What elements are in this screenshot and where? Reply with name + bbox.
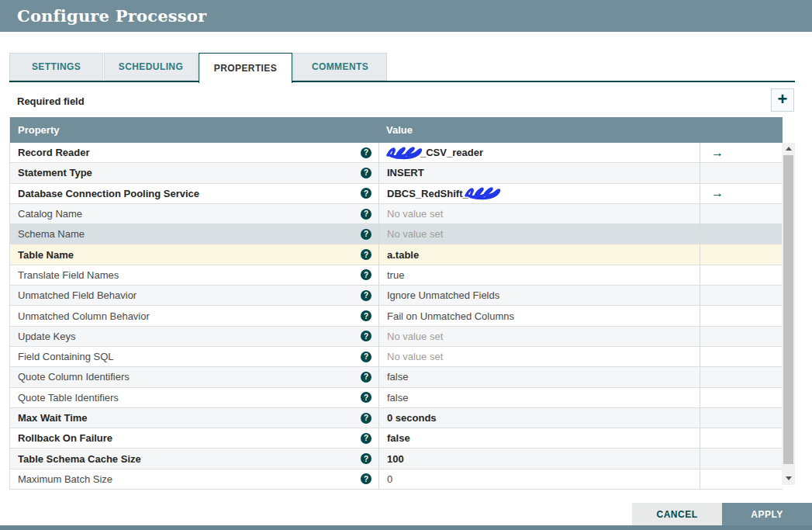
- property-value-cell[interactable]: INSERT: [378, 163, 700, 182]
- property-name-cell: Table Name?: [10, 244, 378, 264]
- property-action-cell: [700, 408, 783, 428]
- help-icon[interactable]: ?: [361, 473, 371, 484]
- scroll-down-icon: [786, 476, 792, 480]
- dialog-titlebar: Configure Processor: [0, 0, 812, 32]
- property-value-cell[interactable]: false: [378, 367, 700, 386]
- property-name: Translate Field Names: [18, 269, 361, 281]
- property-row[interactable]: Field Containing SQL?No value set: [10, 347, 783, 367]
- property-row[interactable]: Catalog Name?No value set: [10, 204, 783, 224]
- property-row[interactable]: Max Wait Time?0 seconds: [10, 408, 783, 428]
- property-value-cell[interactable]: No value set: [378, 224, 700, 244]
- property-name-cell: Table Schema Cache Size?: [10, 449, 378, 468]
- column-header-property: Property: [10, 124, 378, 136]
- property-name: Database Connection Pooling Service: [18, 188, 361, 199]
- property-action-cell: [700, 163, 783, 182]
- scroll-up-button[interactable]: [782, 143, 795, 154]
- help-icon[interactable]: ?: [361, 290, 371, 301]
- property-value-cell[interactable]: Ignore Unmatched Fields: [378, 286, 700, 305]
- tab-settings[interactable]: SETTINGS: [9, 53, 103, 81]
- property-value: No value set: [387, 228, 443, 240]
- property-value: _CSV_reader: [420, 147, 483, 158]
- property-name: Catalog Name: [18, 208, 361, 220]
- help-icon[interactable]: ?: [361, 188, 371, 199]
- property-value: No value set: [387, 208, 443, 220]
- property-value-cell[interactable]: false: [378, 428, 700, 448]
- property-value-cell[interactable]: No value set: [378, 347, 700, 366]
- scroll-up-icon: [786, 147, 792, 151]
- property-name-cell: Rollback On Failure?: [10, 428, 378, 448]
- go-to-service-icon[interactable]: →: [711, 187, 724, 199]
- vertical-scrollbar[interactable]: [782, 143, 795, 485]
- property-row[interactable]: Maximum Batch Size?0: [10, 469, 783, 490]
- property-row[interactable]: Record Reader?_CSV_reader→: [10, 143, 783, 163]
- tab-comments[interactable]: COMMENTS: [293, 53, 387, 81]
- properties-table: Property Value Record Reader?_CSV_reader…: [9, 117, 795, 490]
- cancel-button[interactable]: CANCEL: [632, 503, 722, 525]
- property-value: 0 seconds: [387, 412, 437, 424]
- property-action-cell: [700, 469, 783, 489]
- help-icon[interactable]: ?: [361, 372, 371, 383]
- property-row[interactable]: Database Connection Pooling Service?DBCS…: [10, 184, 783, 204]
- help-icon[interactable]: ?: [361, 433, 371, 444]
- property-row[interactable]: Table Schema Cache Size?100: [10, 449, 783, 469]
- help-icon[interactable]: ?: [361, 147, 371, 158]
- property-name-cell: Field Containing SQL?: [10, 347, 378, 366]
- property-value: No value set: [387, 351, 443, 362]
- property-value-cell[interactable]: DBCS_RedShift_: [378, 184, 700, 203]
- property-value-cell[interactable]: 0 seconds: [378, 408, 700, 428]
- property-row[interactable]: Unmatched Column Behavior?Fail on Unmatc…: [10, 306, 783, 326]
- property-row[interactable]: Rollback On Failure?false: [10, 428, 783, 449]
- property-name-cell: Maximum Batch Size?: [10, 469, 378, 489]
- property-value: 100: [387, 453, 404, 465]
- property-value-cell[interactable]: true: [378, 265, 700, 285]
- property-row[interactable]: Unmatched Field Behavior?Ignore Unmatche…: [10, 286, 783, 306]
- help-icon[interactable]: ?: [361, 310, 371, 321]
- property-name-cell: Unmatched Field Behavior?: [10, 286, 378, 305]
- property-row[interactable]: Schema Name?No value set: [10, 224, 783, 244]
- help-icon[interactable]: ?: [361, 392, 371, 403]
- property-row[interactable]: Update Keys?No value set: [10, 327, 783, 347]
- property-name-cell: Record Reader?: [10, 143, 378, 162]
- property-value-cell[interactable]: a.table: [378, 244, 700, 264]
- help-icon[interactable]: ?: [361, 331, 371, 341]
- property-action-cell: [700, 367, 783, 386]
- property-value-cell[interactable]: false: [378, 388, 700, 407]
- help-icon[interactable]: ?: [361, 413, 371, 424]
- help-icon[interactable]: ?: [361, 229, 371, 240]
- property-name-cell: Translate Field Names?: [10, 265, 378, 285]
- tab-scheduling[interactable]: SCHEDULING: [104, 53, 198, 81]
- scroll-down-button[interactable]: [782, 473, 795, 484]
- property-name: Unmatched Column Behavior: [18, 310, 361, 322]
- property-action-cell: [700, 306, 783, 325]
- property-action-cell: [700, 388, 783, 407]
- property-value-cell[interactable]: Fail on Unmatched Columns: [378, 306, 700, 325]
- property-action-cell: [700, 224, 783, 244]
- property-row[interactable]: Table Name?a.table: [10, 244, 783, 265]
- property-value: 0: [387, 473, 392, 485]
- property-value: Fail on Unmatched Columns: [387, 310, 514, 322]
- property-row[interactable]: Statement Type?INSERT: [10, 163, 783, 183]
- scrollbar-thumb[interactable]: [783, 155, 793, 464]
- dialog-title: Configure Processor: [17, 6, 206, 26]
- property-value-cell[interactable]: 100: [378, 449, 700, 468]
- help-icon[interactable]: ?: [361, 209, 371, 220]
- help-icon[interactable]: ?: [361, 453, 371, 464]
- apply-button[interactable]: APPLY: [722, 503, 812, 525]
- property-row[interactable]: Quote Column Identifiers?false: [10, 367, 783, 387]
- help-icon[interactable]: ?: [361, 352, 371, 362]
- help-icon[interactable]: ?: [361, 269, 371, 280]
- property-value-cell[interactable]: No value set: [378, 204, 700, 223]
- property-value-cell[interactable]: No value set: [378, 327, 700, 346]
- help-icon[interactable]: ?: [361, 249, 371, 260]
- property-row[interactable]: Translate Field Names?true: [10, 265, 783, 286]
- tab-properties[interactable]: PROPERTIES: [199, 53, 292, 83]
- property-value-cell[interactable]: _CSV_reader: [378, 143, 700, 162]
- property-value: false: [387, 371, 408, 383]
- property-action-cell: [700, 244, 783, 264]
- go-to-service-icon[interactable]: →: [711, 147, 724, 159]
- property-name: Unmatched Field Behavior: [18, 289, 361, 301]
- property-value-cell[interactable]: 0: [378, 469, 700, 489]
- add-property-button[interactable]: +: [771, 88, 794, 112]
- help-icon[interactable]: ?: [361, 168, 371, 178]
- property-row[interactable]: Quote Table Identifiers?false: [10, 388, 783, 408]
